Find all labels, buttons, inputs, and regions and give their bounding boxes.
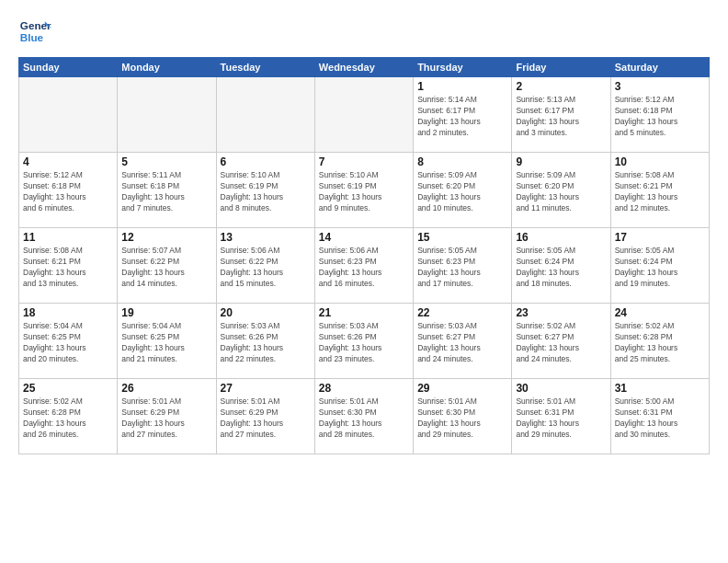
calendar-cell: 19Sunrise: 5:04 AM Sunset: 6:25 PM Dayli… xyxy=(118,304,216,379)
cell-info: Sunrise: 5:08 AM Sunset: 6:21 PM Dayligh… xyxy=(23,246,113,290)
cell-info: Sunrise: 5:03 AM Sunset: 6:26 PM Dayligh… xyxy=(221,321,311,365)
cell-info: Sunrise: 5:03 AM Sunset: 6:26 PM Dayligh… xyxy=(319,321,409,365)
calendar-cell: 12Sunrise: 5:07 AM Sunset: 6:22 PM Dayli… xyxy=(118,228,216,304)
cell-day-number: 25 xyxy=(23,382,113,395)
cell-day-number: 8 xyxy=(417,155,507,168)
cell-info: Sunrise: 5:05 AM Sunset: 6:23 PM Dayligh… xyxy=(417,246,507,290)
cell-day-number: 11 xyxy=(23,231,113,244)
cell-day-number: 30 xyxy=(516,382,606,395)
calendar-body: 1Sunrise: 5:14 AM Sunset: 6:17 PM Daylig… xyxy=(19,77,710,454)
logo: General Blue xyxy=(18,15,55,48)
cell-day-number: 10 xyxy=(615,155,705,168)
cell-info: Sunrise: 5:06 AM Sunset: 6:22 PM Dayligh… xyxy=(221,246,311,290)
day-header-friday: Friday xyxy=(512,58,610,77)
cell-info: Sunrise: 5:00 AM Sunset: 6:31 PM Dayligh… xyxy=(615,396,705,441)
cell-day-number: 28 xyxy=(319,382,409,395)
calendar-cell: 28Sunrise: 5:01 AM Sunset: 6:30 PM Dayli… xyxy=(314,379,413,454)
calendar-cell: 18Sunrise: 5:04 AM Sunset: 6:25 PM Dayli… xyxy=(19,304,118,379)
svg-text:Blue: Blue xyxy=(20,31,44,43)
calendar-cell: 23Sunrise: 5:02 AM Sunset: 6:27 PM Dayli… xyxy=(512,304,610,379)
week-row-1: 1Sunrise: 5:14 AM Sunset: 6:17 PM Daylig… xyxy=(19,77,710,153)
cell-info: Sunrise: 5:10 AM Sunset: 6:19 PM Dayligh… xyxy=(319,170,409,214)
cell-day-number: 26 xyxy=(121,382,211,395)
cell-day-number: 1 xyxy=(417,80,507,93)
cell-info: Sunrise: 5:10 AM Sunset: 6:19 PM Dayligh… xyxy=(221,170,311,214)
calendar-cell: 31Sunrise: 5:00 AM Sunset: 6:31 PM Dayli… xyxy=(610,379,709,454)
cell-info: Sunrise: 5:08 AM Sunset: 6:21 PM Dayligh… xyxy=(615,170,705,214)
cell-day-number: 19 xyxy=(121,306,211,319)
cell-day-number: 13 xyxy=(221,231,311,244)
calendar-cell: 24Sunrise: 5:02 AM Sunset: 6:28 PM Dayli… xyxy=(610,304,709,379)
cell-info: Sunrise: 5:03 AM Sunset: 6:27 PM Dayligh… xyxy=(417,321,507,365)
calendar-cell: 5Sunrise: 5:11 AM Sunset: 6:18 PM Daylig… xyxy=(118,153,216,228)
calendar-cell: 3Sunrise: 5:12 AM Sunset: 6:18 PM Daylig… xyxy=(610,77,709,153)
week-row-2: 4Sunrise: 5:12 AM Sunset: 6:18 PM Daylig… xyxy=(19,153,710,228)
day-header-saturday: Saturday xyxy=(610,58,709,77)
cell-info: Sunrise: 5:02 AM Sunset: 6:28 PM Dayligh… xyxy=(23,396,113,441)
cell-day-number: 2 xyxy=(516,80,606,93)
cell-day-number: 23 xyxy=(516,306,606,319)
cell-day-number: 9 xyxy=(516,155,606,168)
day-header-tuesday: Tuesday xyxy=(216,58,314,77)
calendar-cell: 30Sunrise: 5:01 AM Sunset: 6:31 PM Dayli… xyxy=(512,379,610,454)
cell-day-number: 20 xyxy=(221,306,311,319)
cell-info: Sunrise: 5:06 AM Sunset: 6:23 PM Dayligh… xyxy=(319,246,409,290)
cell-day-number: 4 xyxy=(23,155,113,168)
calendar-cell: 26Sunrise: 5:01 AM Sunset: 6:29 PM Dayli… xyxy=(118,379,216,454)
cell-day-number: 31 xyxy=(615,382,705,395)
cell-info: Sunrise: 5:01 AM Sunset: 6:30 PM Dayligh… xyxy=(417,396,507,441)
calendar-cell: 9Sunrise: 5:09 AM Sunset: 6:20 PM Daylig… xyxy=(512,153,610,228)
calendar-cell xyxy=(216,77,314,153)
cell-info: Sunrise: 5:09 AM Sunset: 6:20 PM Dayligh… xyxy=(516,170,606,214)
calendar-cell: 11Sunrise: 5:08 AM Sunset: 6:21 PM Dayli… xyxy=(19,228,118,304)
cell-day-number: 27 xyxy=(221,382,311,395)
cell-day-number: 18 xyxy=(23,306,113,319)
calendar-cell: 22Sunrise: 5:03 AM Sunset: 6:27 PM Dayli… xyxy=(414,304,512,379)
cell-info: Sunrise: 5:07 AM Sunset: 6:22 PM Dayligh… xyxy=(121,246,211,290)
cell-info: Sunrise: 5:05 AM Sunset: 6:24 PM Dayligh… xyxy=(615,246,705,290)
cell-info: Sunrise: 5:04 AM Sunset: 6:25 PM Dayligh… xyxy=(23,321,113,365)
logo-icon: General Blue xyxy=(18,15,51,48)
day-header-monday: Monday xyxy=(118,58,216,77)
cell-day-number: 7 xyxy=(319,155,409,168)
week-row-5: 25Sunrise: 5:02 AM Sunset: 6:28 PM Dayli… xyxy=(19,379,710,454)
calendar-cell: 21Sunrise: 5:03 AM Sunset: 6:26 PM Dayli… xyxy=(314,304,413,379)
calendar-cell xyxy=(19,77,118,153)
cell-day-number: 16 xyxy=(516,231,606,244)
day-header-row: SundayMondayTuesdayWednesdayThursdayFrid… xyxy=(19,58,710,77)
calendar-cell: 2Sunrise: 5:13 AM Sunset: 6:17 PM Daylig… xyxy=(512,77,610,153)
calendar-cell: 16Sunrise: 5:05 AM Sunset: 6:24 PM Dayli… xyxy=(512,228,610,304)
cell-day-number: 14 xyxy=(319,231,409,244)
week-row-4: 18Sunrise: 5:04 AM Sunset: 6:25 PM Dayli… xyxy=(19,304,710,379)
cell-info: Sunrise: 5:12 AM Sunset: 6:18 PM Dayligh… xyxy=(615,95,705,139)
day-header-thursday: Thursday xyxy=(414,58,512,77)
cell-info: Sunrise: 5:02 AM Sunset: 6:27 PM Dayligh… xyxy=(516,321,606,365)
cell-day-number: 15 xyxy=(417,231,507,244)
cell-day-number: 24 xyxy=(615,306,705,319)
cell-info: Sunrise: 5:12 AM Sunset: 6:18 PM Dayligh… xyxy=(23,170,113,214)
calendar-header: SundayMondayTuesdayWednesdayThursdayFrid… xyxy=(19,58,710,77)
cell-day-number: 5 xyxy=(121,155,211,168)
week-row-3: 11Sunrise: 5:08 AM Sunset: 6:21 PM Dayli… xyxy=(19,228,710,304)
cell-info: Sunrise: 5:05 AM Sunset: 6:24 PM Dayligh… xyxy=(516,246,606,290)
day-header-wednesday: Wednesday xyxy=(314,58,413,77)
cell-info: Sunrise: 5:11 AM Sunset: 6:18 PM Dayligh… xyxy=(121,170,211,214)
calendar-cell: 1Sunrise: 5:14 AM Sunset: 6:17 PM Daylig… xyxy=(414,77,512,153)
calendar-cell: 29Sunrise: 5:01 AM Sunset: 6:30 PM Dayli… xyxy=(414,379,512,454)
calendar-cell: 27Sunrise: 5:01 AM Sunset: 6:29 PM Dayli… xyxy=(216,379,314,454)
cell-info: Sunrise: 5:13 AM Sunset: 6:17 PM Dayligh… xyxy=(516,95,606,139)
calendar-cell: 4Sunrise: 5:12 AM Sunset: 6:18 PM Daylig… xyxy=(19,153,118,228)
cell-info: Sunrise: 5:04 AM Sunset: 6:25 PM Dayligh… xyxy=(121,321,211,365)
calendar: SundayMondayTuesdayWednesdayThursdayFrid… xyxy=(18,57,710,454)
cell-info: Sunrise: 5:01 AM Sunset: 6:30 PM Dayligh… xyxy=(319,396,409,441)
page: General Blue SundayMondayTuesdayWednesda… xyxy=(0,0,728,563)
calendar-cell: 25Sunrise: 5:02 AM Sunset: 6:28 PM Dayli… xyxy=(19,379,118,454)
cell-day-number: 21 xyxy=(319,306,409,319)
cell-info: Sunrise: 5:01 AM Sunset: 6:29 PM Dayligh… xyxy=(121,396,211,441)
calendar-cell: 10Sunrise: 5:08 AM Sunset: 6:21 PM Dayli… xyxy=(610,153,709,228)
cell-info: Sunrise: 5:14 AM Sunset: 6:17 PM Dayligh… xyxy=(417,95,507,139)
cell-day-number: 17 xyxy=(615,231,705,244)
cell-day-number: 29 xyxy=(417,382,507,395)
calendar-cell xyxy=(118,77,216,153)
calendar-cell: 8Sunrise: 5:09 AM Sunset: 6:20 PM Daylig… xyxy=(414,153,512,228)
